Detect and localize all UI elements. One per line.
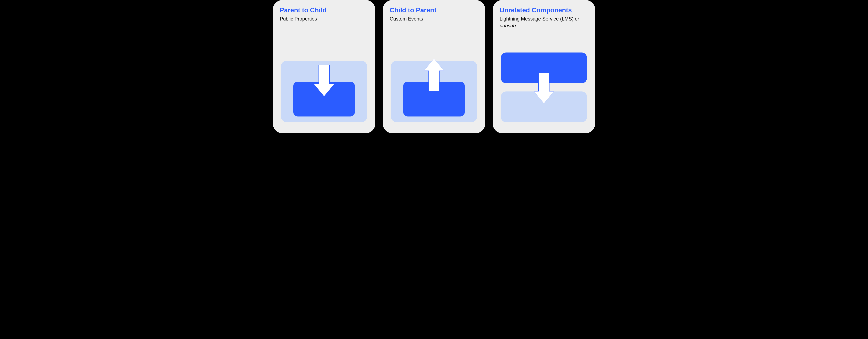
card-title: Parent to Child [280, 6, 368, 14]
illustration [500, 53, 588, 127]
card-subtitle: Public Properties [280, 16, 368, 22]
card-subtitle: Lightning Message Service (LMS) or pubsu… [500, 16, 588, 29]
card-unrelated-components: Unrelated Components Lightning Message S… [493, 0, 595, 133]
card-title: Unrelated Components [500, 6, 588, 14]
illustration [280, 61, 368, 127]
card-parent-to-child: Parent to Child Public Properties [273, 0, 375, 133]
arrow-up-icon [424, 59, 444, 91]
card-title: Child to Parent [390, 6, 478, 14]
cards-row: Parent to Child Public Properties Child … [273, 0, 595, 133]
illustration [390, 61, 478, 127]
card-subtitle: Custom Events [390, 16, 478, 22]
arrow-down-icon [314, 65, 334, 96]
card-child-to-parent: Child to Parent Custom Events [383, 0, 485, 133]
separate-components [501, 53, 587, 122]
parent-component-box [281, 61, 367, 122]
parent-component-box [391, 61, 477, 122]
arrow-down-icon [534, 73, 554, 103]
